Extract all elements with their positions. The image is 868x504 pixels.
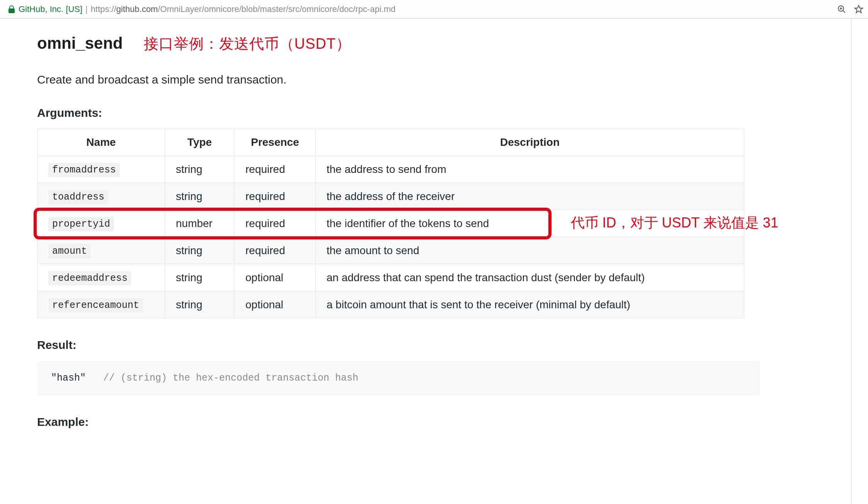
result-comment: // (string) the hex-encoded transaction … <box>103 372 358 384</box>
url-host: github.com <box>116 4 158 14</box>
cell-description: the address of the receiver <box>316 183 744 210</box>
cell-presence: required <box>235 183 316 210</box>
table-row: referenceamountstringoptionala bitcoin a… <box>37 291 744 318</box>
bookmark-star-icon[interactable] <box>853 4 864 15</box>
table-row: toaddressstringrequiredthe address of th… <box>37 183 744 210</box>
cell-type: string <box>165 291 235 318</box>
zoom-icon[interactable] <box>836 4 847 15</box>
param-code: propertyid <box>48 217 114 231</box>
cell-name: redeemaddress <box>37 264 165 291</box>
lock-icon <box>9 5 15 13</box>
arguments-heading: Arguments: <box>37 106 851 120</box>
page-url[interactable]: https://github.com/OmniLayer/omnicore/bl… <box>91 4 396 14</box>
cell-type: string <box>165 156 235 183</box>
cell-description: an address that can spend the transactio… <box>316 264 744 291</box>
cell-presence: optional <box>235 264 316 291</box>
cell-type: string <box>165 237 235 264</box>
col-description: Description <box>316 129 744 156</box>
col-presence: Presence <box>235 129 316 156</box>
param-code: toaddress <box>48 190 108 204</box>
api-heading: omni_send <box>37 34 123 53</box>
address-separator: | <box>82 4 91 14</box>
table-row: amountstringrequiredthe amount to send <box>37 237 744 264</box>
result-code-block: "hash" // (string) the hex-encoded trans… <box>37 361 760 395</box>
cell-name: referenceamount <box>37 291 165 318</box>
cell-description: the address to send from <box>316 156 744 183</box>
param-code: redeemaddress <box>48 271 131 285</box>
cell-name: amount <box>37 237 165 264</box>
cell-description: a bitcoin amount that is sent to the rec… <box>316 291 744 318</box>
svg-line-1 <box>843 10 845 13</box>
browser-address-bar: GitHub, Inc. [US] | https://github.com/O… <box>0 0 868 19</box>
table-row: fromaddressstringrequiredthe address to … <box>37 156 744 183</box>
cell-type: number <box>165 210 235 237</box>
cell-presence: required <box>235 210 316 237</box>
param-code: amount <box>48 244 91 258</box>
cell-type: string <box>165 183 235 210</box>
site-identity: GitHub, Inc. [US] <box>19 4 82 14</box>
table-row: redeemaddressstringoptionalan address th… <box>37 264 744 291</box>
api-intro: Create and broadcast a simple send trans… <box>37 73 851 86</box>
cell-name: fromaddress <box>37 156 165 183</box>
cell-presence: required <box>235 156 316 183</box>
svg-marker-4 <box>855 5 863 13</box>
cell-presence: optional <box>235 291 316 318</box>
cell-name: propertyid <box>37 210 165 237</box>
title-annotation: 接口举例：发送代币（USDT） <box>144 34 351 54</box>
url-scheme: https:// <box>91 4 116 14</box>
cell-presence: required <box>235 237 316 264</box>
cell-name: toaddress <box>37 183 165 210</box>
cell-description: the amount to send <box>316 237 744 264</box>
col-name: Name <box>37 129 165 156</box>
param-code: fromaddress <box>48 163 120 177</box>
table-header-row: Name Type Presence Description <box>37 129 744 156</box>
col-type: Type <box>165 129 235 156</box>
result-heading: Result: <box>37 338 851 352</box>
document-body: omni_send 接口举例：发送代币（USDT） Create and bro… <box>3 19 851 504</box>
example-heading: Example: <box>37 415 851 429</box>
result-value: "hash" <box>51 372 86 384</box>
url-path: /OmniLayer/omnicore/blob/master/src/omni… <box>158 4 395 14</box>
cell-type: string <box>165 264 235 291</box>
highlight-annotation: 代币 ID，对于 USDT 来说值是 31 <box>571 214 778 232</box>
param-code: referenceamount <box>48 298 143 313</box>
